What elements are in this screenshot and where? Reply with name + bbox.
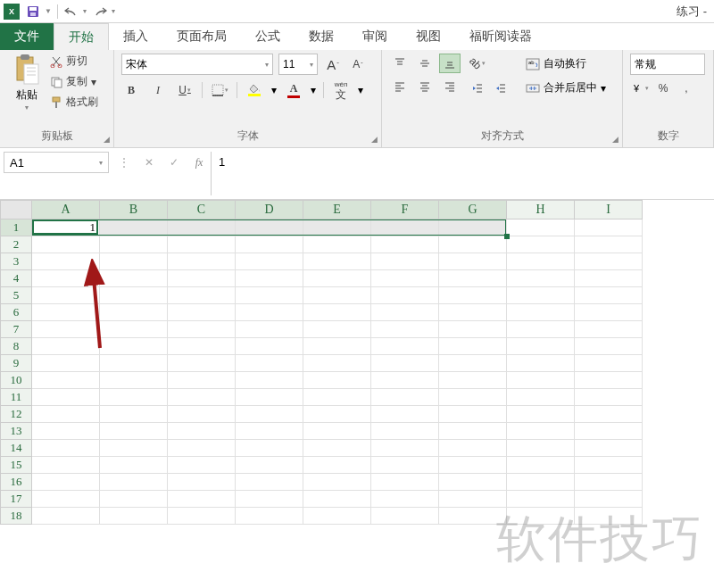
comma-format-icon[interactable]: , bbox=[677, 79, 696, 98]
cell-G2[interactable] bbox=[439, 236, 507, 253]
cell-F8[interactable] bbox=[371, 338, 439, 355]
font-color-dropdown[interactable]: ▾ bbox=[311, 84, 316, 96]
fill-color-button[interactable] bbox=[245, 80, 264, 100]
cell-I14[interactable] bbox=[575, 440, 643, 457]
cell-B2[interactable] bbox=[100, 236, 168, 253]
cell-B15[interactable] bbox=[100, 457, 168, 474]
cell-H7[interactable] bbox=[507, 321, 575, 338]
cell-A17[interactable] bbox=[32, 491, 100, 508]
orientation-icon[interactable]: ab▾ bbox=[468, 54, 487, 73]
font-color-button[interactable]: A bbox=[284, 80, 303, 100]
wrap-text-button[interactable]: ab 自动换行 bbox=[521, 54, 610, 74]
cell-H12[interactable] bbox=[507, 406, 575, 423]
row-header-18[interactable]: 18 bbox=[0, 508, 32, 525]
cell-F2[interactable] bbox=[371, 236, 439, 253]
row-header-9[interactable]: 9 bbox=[0, 355, 32, 372]
cell-D3[interactable] bbox=[236, 253, 303, 270]
cell-G8[interactable] bbox=[439, 338, 507, 355]
cut-button[interactable]: 剪切 bbox=[50, 54, 98, 69]
cell-D14[interactable] bbox=[236, 440, 303, 457]
cell-A6[interactable] bbox=[32, 304, 100, 321]
column-header-G[interactable]: G bbox=[439, 200, 507, 219]
cell-B9[interactable] bbox=[100, 355, 168, 372]
cell-E14[interactable] bbox=[303, 440, 371, 457]
cell-B18[interactable] bbox=[100, 508, 168, 525]
cell-A4[interactable] bbox=[32, 270, 100, 287]
cell-D2[interactable] bbox=[236, 236, 303, 253]
tab-home[interactable]: 开始 bbox=[54, 23, 109, 50]
cell-E17[interactable] bbox=[303, 491, 371, 508]
cell-H14[interactable] bbox=[507, 440, 575, 457]
cell-H10[interactable] bbox=[507, 372, 575, 389]
cell-B17[interactable] bbox=[100, 491, 168, 508]
cell-C3[interactable] bbox=[168, 253, 236, 270]
align-left-icon[interactable] bbox=[389, 77, 411, 96]
cell-C13[interactable] bbox=[168, 423, 236, 440]
cell-D4[interactable] bbox=[236, 270, 303, 287]
column-header-D[interactable]: D bbox=[236, 200, 303, 219]
cell-F18[interactable] bbox=[371, 508, 439, 525]
select-all-corner[interactable] bbox=[0, 200, 32, 219]
cell-F11[interactable] bbox=[371, 389, 439, 406]
tab-data[interactable]: 数据 bbox=[295, 23, 348, 50]
row-header-6[interactable]: 6 bbox=[0, 304, 32, 321]
cell-A1[interactable]: 1 bbox=[32, 219, 100, 236]
fill-color-dropdown[interactable]: ▾ bbox=[271, 84, 277, 96]
redo-icon[interactable] bbox=[92, 4, 108, 20]
cell-C14[interactable] bbox=[168, 440, 236, 457]
increase-indent-icon[interactable] bbox=[491, 79, 511, 98]
cell-I2[interactable] bbox=[575, 236, 643, 253]
cell-C12[interactable] bbox=[168, 406, 236, 423]
cell-G12[interactable] bbox=[439, 406, 507, 423]
cell-C7[interactable] bbox=[168, 321, 236, 338]
cell-F4[interactable] bbox=[371, 270, 439, 287]
cell-A13[interactable] bbox=[32, 423, 100, 440]
cell-B3[interactable] bbox=[100, 253, 168, 270]
alignment-launcher-icon[interactable]: ◢ bbox=[612, 135, 619, 144]
cell-G7[interactable] bbox=[439, 321, 507, 338]
cell-G14[interactable] bbox=[439, 440, 507, 457]
cell-E15[interactable] bbox=[303, 457, 371, 474]
cell-G15[interactable] bbox=[439, 457, 507, 474]
cell-C11[interactable] bbox=[168, 389, 236, 406]
number-format-select[interactable]: 常规 bbox=[630, 54, 705, 75]
cell-G6[interactable] bbox=[439, 304, 507, 321]
tab-formulas[interactable]: 公式 bbox=[241, 23, 295, 50]
cell-B13[interactable] bbox=[100, 423, 168, 440]
cell-D10[interactable] bbox=[236, 372, 303, 389]
underline-button[interactable]: U▾ bbox=[175, 80, 195, 100]
cell-E3[interactable] bbox=[303, 253, 371, 270]
cell-F14[interactable] bbox=[371, 440, 439, 457]
cell-E16[interactable] bbox=[303, 474, 371, 491]
cell-G4[interactable] bbox=[439, 270, 507, 287]
cell-I9[interactable] bbox=[575, 355, 643, 372]
cell-H3[interactable] bbox=[507, 253, 575, 270]
cell-I16[interactable] bbox=[575, 474, 643, 491]
font-name-select[interactable]: 宋体▾ bbox=[121, 54, 273, 75]
cell-G3[interactable] bbox=[439, 253, 507, 270]
cell-A8[interactable] bbox=[32, 338, 100, 355]
row-header-2[interactable]: 2 bbox=[0, 236, 32, 253]
percent-format-icon[interactable]: % bbox=[653, 79, 673, 98]
border-button[interactable]: ▾ bbox=[210, 80, 229, 100]
cell-G16[interactable] bbox=[439, 474, 507, 491]
cell-D7[interactable] bbox=[236, 321, 303, 338]
cell-H1[interactable] bbox=[507, 219, 575, 236]
cell-C4[interactable] bbox=[168, 270, 236, 287]
cell-C16[interactable] bbox=[168, 474, 236, 491]
row-header-7[interactable]: 7 bbox=[0, 321, 32, 338]
cell-I4[interactable] bbox=[575, 270, 643, 287]
font-size-select[interactable]: 11▾ bbox=[278, 54, 318, 75]
cell-E18[interactable] bbox=[303, 508, 371, 525]
align-middle-icon[interactable] bbox=[414, 54, 436, 73]
decrease-font-icon[interactable]: Aˇ bbox=[348, 54, 368, 74]
redo-dropdown-icon[interactable]: ▾ bbox=[112, 7, 115, 15]
insert-function-icon[interactable]: fx bbox=[187, 152, 211, 173]
cell-I3[interactable] bbox=[575, 253, 643, 270]
cell-I5[interactable] bbox=[575, 287, 643, 304]
cell-D17[interactable] bbox=[236, 491, 303, 508]
tab-file[interactable]: 文件 bbox=[0, 23, 54, 50]
row-header-13[interactable]: 13 bbox=[0, 423, 32, 440]
cell-I12[interactable] bbox=[575, 406, 643, 423]
cell-D13[interactable] bbox=[236, 423, 303, 440]
